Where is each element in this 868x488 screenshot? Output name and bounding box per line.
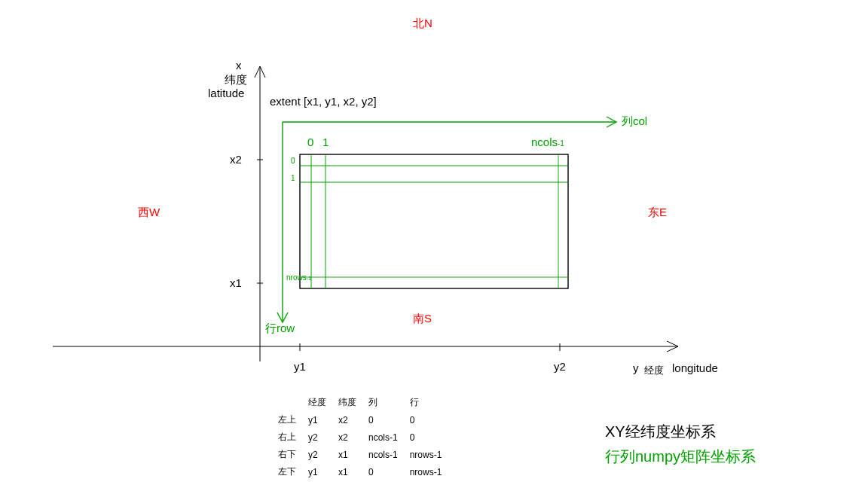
tick-x2: x2 [230, 153, 242, 166]
tbl-r3-col: 0 [368, 464, 408, 480]
label-nrows-minus1: nrows-1 [286, 273, 312, 282]
tbl-r1-lat: x2 [338, 429, 367, 445]
tbl-r0-col: 0 [368, 412, 408, 428]
tbl-r1-col: ncols-1 [368, 429, 408, 445]
corner-table: 经度 纬度 列 行 左上 y1 x2 0 0 右上 y2 x2 ncols-1 … [277, 393, 454, 481]
tick-y2: y2 [554, 360, 566, 373]
label-north: 北N [413, 17, 432, 31]
tbl-hdr-lng: 经度 [308, 395, 337, 410]
tbl-r1-row: 0 [410, 429, 453, 445]
tbl-r0-row: 0 [410, 412, 453, 428]
svg-rect-6 [300, 154, 568, 288]
label-south: 南S [413, 312, 432, 326]
label-x-lat-cn: 纬度 [225, 73, 247, 87]
label-ncols-text: ncols [531, 136, 558, 148]
tbl-r0-lat: x2 [338, 412, 367, 428]
label-col-1: 1 [322, 136, 329, 148]
tick-y1: y1 [294, 360, 306, 373]
label-row-1: 1 [291, 174, 295, 182]
label-nrows-text: nrows [286, 273, 307, 282]
label-east: 东E [648, 206, 667, 220]
tbl-r1-lng: y2 [308, 429, 337, 445]
legend-xy: XY经纬度坐标系 [605, 422, 716, 442]
tick-x1: x1 [230, 276, 242, 289]
label-nrows-suffix: -1 [307, 275, 312, 282]
label-y-letter: y [633, 361, 639, 374]
label-y-lng-en: longitude [672, 361, 718, 374]
label-ncols-minus1: ncols-1 [531, 136, 564, 149]
label-x-lat-en: latitude [208, 87, 244, 99]
label-col-arrow: 列col [622, 114, 647, 129]
legend-rowcol: 行列numpy矩阵坐标系 [605, 447, 756, 467]
label-row-arrow: 行row [265, 322, 295, 336]
label-extent: extent [x1, y1, x2, y2] [270, 95, 377, 108]
tbl-r0-label: 左上 [278, 412, 307, 428]
tbl-r0-lng: y1 [308, 412, 337, 428]
tbl-r2-lng: y2 [308, 447, 337, 462]
tbl-r1-label: 右上 [278, 429, 307, 445]
label-row-0: 0 [291, 157, 295, 165]
label-west: 西W [138, 206, 160, 220]
tbl-r2-lat: x1 [338, 447, 367, 462]
diagram-canvas: 北N 南S 东E 西W x 纬度 latitude y 经度 longitude… [0, 0, 868, 488]
corner-table-inner: 经度 纬度 列 行 左上 y1 x2 0 0 右上 y2 x2 ncols-1 … [277, 393, 454, 481]
label-col-0: 0 [307, 136, 313, 148]
tbl-r3-lat: x1 [338, 464, 367, 480]
tbl-hdr-lat: 纬度 [338, 395, 367, 410]
tbl-r2-label: 右下 [278, 447, 307, 462]
label-y-lng-cn: 经度 [644, 364, 664, 377]
label-x-letter: x [236, 59, 242, 72]
tbl-r2-row: nrows-1 [410, 447, 453, 462]
tbl-r3-row: nrows-1 [410, 464, 453, 480]
label-ncols-suffix: -1 [558, 139, 564, 148]
tbl-r3-label: 左下 [278, 464, 307, 480]
tbl-hdr-row: 行 [410, 395, 453, 410]
tbl-r3-lng: y1 [308, 464, 337, 480]
tbl-r2-col: ncols-1 [368, 447, 408, 462]
tbl-hdr-col: 列 [368, 395, 408, 410]
